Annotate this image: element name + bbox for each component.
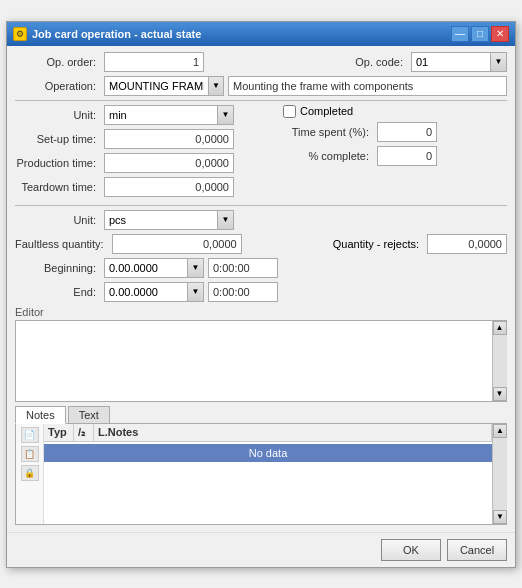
- op-code-label: Op. code:: [347, 56, 407, 68]
- unit1-input[interactable]: [104, 105, 218, 125]
- time-spent-input[interactable]: [377, 122, 437, 142]
- op-code-input[interactable]: [411, 52, 491, 72]
- title-bar: ⚙ Job card operation - actual state — □ …: [7, 22, 515, 46]
- end-label: End:: [15, 286, 100, 298]
- qty-rejects-label: Quantity - rejects:: [333, 238, 423, 250]
- notes-table: Typ /₂ L.Notes No data: [44, 424, 492, 524]
- editor-area: ▲ ▼: [15, 320, 507, 402]
- op-code-dropdown-btn[interactable]: ▼: [491, 52, 507, 72]
- setup-time-row: Set-up time:: [15, 129, 275, 149]
- tab-content: 📄 📋 🔒 Typ /₂ L.Notes No data ▲: [15, 423, 507, 525]
- faultless-qty-row: Faultless quantity: Quantity - rejects:: [15, 234, 507, 254]
- end-date-dropdown-btn[interactable]: ▼: [188, 282, 204, 302]
- unit1-row: Unit: ▼: [15, 105, 275, 125]
- production-time-row: Production time:: [15, 153, 275, 173]
- setup-time-input[interactable]: [104, 129, 234, 149]
- col-left: Unit: ▼ Set-up time: Production time:: [15, 105, 275, 201]
- tab-scroll-up-btn[interactable]: ▲: [493, 424, 507, 438]
- tab-notes[interactable]: Notes: [15, 406, 66, 424]
- op-order-input[interactable]: [104, 52, 204, 72]
- unit1-label: Unit:: [15, 109, 100, 121]
- maximize-button[interactable]: □: [471, 26, 489, 42]
- time-spent-row: Time spent (%):: [283, 122, 507, 142]
- tabs-container: Notes Text 📄 📋 🔒 Typ /₂ L.Notes: [15, 406, 507, 526]
- production-time-input[interactable]: [104, 153, 234, 173]
- col-typ-header: Typ: [44, 424, 74, 441]
- beginning-date-dropdown: ▼: [104, 258, 204, 278]
- editor-textarea[interactable]: [16, 321, 492, 401]
- minimize-button[interactable]: —: [451, 26, 469, 42]
- production-time-label: Production time:: [15, 157, 100, 169]
- pct-complete-label: % complete:: [283, 150, 373, 162]
- op-order-row: Op. order: Op. code: ▼: [15, 52, 507, 72]
- table-header: Typ /₂ L.Notes: [44, 424, 492, 442]
- col-right: Completed Time spent (%): % complete:: [283, 105, 507, 201]
- sidebar-icon-3[interactable]: 🔒: [21, 465, 39, 481]
- window-icon: ⚙: [13, 27, 27, 41]
- operation-input[interactable]: [104, 76, 209, 96]
- scroll-down-btn[interactable]: ▼: [493, 387, 507, 401]
- two-col-section: Unit: ▼ Set-up time: Production time:: [15, 105, 507, 201]
- op-code-field: ▼: [411, 52, 507, 72]
- title-buttons: — □ ✕: [451, 26, 509, 42]
- tab-scrollbar: ▲ ▼: [492, 424, 506, 524]
- editor-label: Editor: [15, 306, 507, 318]
- end-date-input[interactable]: [104, 282, 188, 302]
- time-spent-label: Time spent (%):: [283, 126, 373, 138]
- unit2-label: Unit:: [15, 214, 100, 226]
- tab-content-inner: 📄 📋 🔒 Typ /₂ L.Notes No data ▲: [16, 424, 506, 524]
- beginning-row: Beginning: ▼: [15, 258, 507, 278]
- cancel-button[interactable]: Cancel: [447, 539, 507, 561]
- completed-row: Completed: [283, 105, 507, 118]
- beginning-date-dropdown-btn[interactable]: ▼: [188, 258, 204, 278]
- end-time-input[interactable]: [208, 282, 278, 302]
- tab-sidebar: 📄 📋 🔒: [16, 424, 44, 524]
- main-window: ⚙ Job card operation - actual state — □ …: [6, 21, 516, 568]
- tabs-header: Notes Text: [15, 406, 507, 424]
- ok-button[interactable]: OK: [381, 539, 441, 561]
- end-date-dropdown: ▼: [104, 282, 204, 302]
- scroll-up-btn[interactable]: ▲: [493, 321, 507, 335]
- window-title: Job card operation - actual state: [32, 28, 201, 40]
- pct-complete-input[interactable]: [377, 146, 437, 166]
- unit2-dropdown-btn[interactable]: ▼: [218, 210, 234, 230]
- teardown-time-input[interactable]: [104, 177, 234, 197]
- completed-checkbox[interactable]: [283, 105, 296, 118]
- teardown-time-label: Teardown time:: [15, 181, 100, 193]
- title-bar-left: ⚙ Job card operation - actual state: [13, 27, 201, 41]
- op-order-label: Op. order:: [15, 56, 100, 68]
- form-content: Op. order: Op. code: ▼ Operation: ▼: [7, 46, 515, 532]
- sidebar-icon-2[interactable]: 📋: [21, 446, 39, 462]
- pct-complete-row: % complete:: [283, 146, 507, 166]
- completed-label: Completed: [300, 105, 353, 117]
- no-data-row: No data: [44, 444, 492, 462]
- tab-scroll-track: [493, 438, 507, 510]
- close-button[interactable]: ✕: [491, 26, 509, 42]
- tab-text[interactable]: Text: [68, 406, 110, 424]
- unit1-dropdown-btn[interactable]: ▼: [218, 105, 234, 125]
- editor-section: Editor ▲ ▼: [15, 306, 507, 402]
- scroll-track: [493, 335, 507, 387]
- faultless-qty-input[interactable]: [112, 234, 242, 254]
- qty-rejects-input[interactable]: [427, 234, 507, 254]
- faultless-qty-label: Faultless quantity:: [15, 238, 108, 250]
- beginning-time-input[interactable]: [208, 258, 278, 278]
- unit2-dropdown: ▼: [104, 210, 234, 230]
- unit2-row: Unit: ▼: [15, 210, 507, 230]
- teardown-time-row: Teardown time:: [15, 177, 275, 197]
- col-lnotes-header: L.Notes: [94, 424, 492, 441]
- beginning-date-input[interactable]: [104, 258, 188, 278]
- unit2-input[interactable]: [104, 210, 218, 230]
- editor-scrollbar: ▲ ▼: [492, 321, 506, 401]
- end-row: End: ▼: [15, 282, 507, 302]
- footer: OK Cancel: [7, 532, 515, 567]
- operation-row: Operation: ▼: [15, 76, 507, 96]
- operation-description-input[interactable]: [228, 76, 507, 96]
- unit1-dropdown: ▼: [104, 105, 234, 125]
- setup-time-label: Set-up time:: [15, 133, 100, 145]
- tab-scroll-down-btn[interactable]: ▼: [493, 510, 507, 524]
- operation-dropdown-btn[interactable]: ▼: [209, 76, 224, 96]
- sidebar-icon-1[interactable]: 📄: [21, 427, 39, 443]
- beginning-label: Beginning:: [15, 262, 100, 274]
- operation-dropdown: ▼: [104, 76, 224, 96]
